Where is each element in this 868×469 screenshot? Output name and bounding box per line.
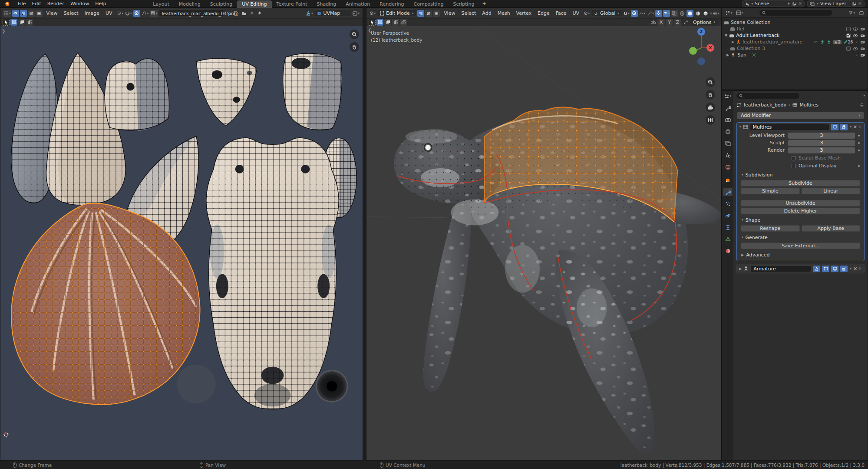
hide-eye-icon[interactable] [853, 34, 858, 37]
show-overlays-toggle[interactable]: ▾ [663, 10, 670, 17]
mirror-x-toggle[interactable]: X [657, 19, 665, 26]
gizmo-axis-y[interactable] [689, 47, 697, 55]
shape-section-header[interactable]: ▾Shape [737, 216, 864, 224]
show-in-viewport-toggle[interactable] [831, 124, 838, 130]
close-icon[interactable]: ✕ [798, 1, 802, 7]
number-field[interactable]: 3 [788, 133, 855, 139]
number-field[interactable]: 3 [788, 140, 855, 146]
scene-selector[interactable]: ▾ Scene ✕ [742, 0, 805, 7]
select-box-extend-icon[interactable] [384, 19, 391, 26]
mirror-z-toggle[interactable]: Z [674, 19, 681, 26]
collapse-chevron-icon[interactable]: ▾ [739, 125, 741, 129]
tweak-tool-icon[interactable] [369, 19, 376, 26]
subdivide-button[interactable]: Subdivide [741, 180, 860, 186]
select-box-subtract-icon[interactable] [26, 19, 33, 26]
viewport-menu-item[interactable]: View [441, 10, 458, 17]
shading-material-icon[interactable] [694, 10, 701, 17]
workspace-tab[interactable]: Compositing [409, 0, 449, 8]
gizmo-axis-z[interactable]: Z [697, 28, 705, 36]
close-icon[interactable]: ✕ [858, 1, 862, 7]
outliner-row-ref[interactable]: Ref [724, 26, 867, 32]
apply-base-button[interactable]: Apply Base [802, 225, 861, 232]
new-collection-icon[interactable] [858, 10, 865, 17]
pin-icon[interactable] [256, 10, 263, 17]
properties-options-chevron[interactable]: ▾ [864, 94, 865, 97]
navigation-gizmo[interactable]: Z X [687, 29, 715, 70]
editor-type-properties-icon[interactable]: ▾ [724, 93, 732, 100]
subdivide-linear-button[interactable]: Linear [802, 188, 861, 194]
viewport-menu-item[interactable]: Edge [535, 10, 553, 17]
editor-type-outliner-icon[interactable]: ▾ [725, 10, 733, 17]
uv-select-mode-face[interactable] [36, 10, 43, 17]
uvmap-display-icon[interactable]: ▾ [305, 10, 314, 17]
viewport-toolbar-expand-arrow[interactable]: ❮ [368, 28, 371, 33]
select-box-intersect-icon[interactable] [400, 19, 407, 26]
image-open-folder-icon[interactable] [241, 10, 248, 17]
outliner-row-sun[interactable]: ▶ Sun ⌄ [724, 52, 867, 58]
save-external-button[interactable]: Save External... [741, 243, 860, 249]
disable-render-camera-icon[interactable] [860, 47, 865, 50]
hide-eye-icon[interactable] [853, 47, 858, 50]
modifier-name-field[interactable]: Multires [750, 124, 830, 130]
edit-mode-display-toggle[interactable] [813, 266, 820, 272]
tab-object-constraints[interactable] [723, 223, 733, 231]
tab-output[interactable] [723, 128, 733, 136]
subdivision-section-header[interactable]: ▾Subdivision [737, 171, 864, 179]
delete-higher-button[interactable]: Delete Higher [741, 208, 860, 214]
disable-render-camera-icon[interactable] [860, 53, 865, 57]
tab-scene[interactable] [723, 151, 733, 159]
image-fake-user-icon[interactable] [225, 10, 232, 17]
tab-tool[interactable] [723, 104, 733, 112]
viewport-menu-item[interactable]: Mesh [495, 10, 513, 17]
tab-object-data[interactable] [723, 235, 733, 243]
viewport-options-menu[interactable]: Options ▾ [690, 19, 718, 26]
on-cage-toggle[interactable] [822, 266, 829, 272]
snap-magnet-icon[interactable]: ▾ [623, 10, 630, 17]
drag-handle-icon[interactable]: ⠿ [859, 125, 862, 129]
chevron-down-icon[interactable]: ⌄ [855, 40, 858, 44]
mode-selector[interactable]: Edit Mode ▾ [377, 10, 416, 17]
blender-logo-icon[interactable] [3, 1, 13, 7]
viewport-menu-item[interactable]: Select [458, 10, 479, 17]
delete-modifier-icon[interactable]: ✕ [853, 124, 857, 130]
properties-search-input[interactable] [736, 93, 800, 99]
workspace-tab[interactable]: Scripting [448, 0, 479, 8]
uv-menu-item[interactable]: UV [102, 10, 116, 17]
uv-sync-selection-toggle[interactable] [12, 10, 19, 17]
viewport-menu-item[interactable]: Add [479, 10, 494, 17]
subdivide-simple-button[interactable]: Simple [741, 188, 800, 194]
exclude-checkbox[interactable] [846, 33, 851, 38]
snap-toggle[interactable] [631, 10, 638, 17]
zoom-icon[interactable] [350, 30, 359, 39]
outliner-search-input[interactable] [759, 10, 833, 16]
snap-options-icon[interactable] [682, 19, 689, 26]
proportional-edit-icon[interactable]: ▾ [583, 10, 590, 17]
uv-2d-cursor[interactable] [3, 432, 9, 438]
uv-menu-item[interactable]: View [43, 10, 61, 17]
uv-pivot-icon[interactable]: ▾ [116, 10, 124, 17]
uv-falloff-icon[interactable]: ▾ [141, 10, 149, 17]
outliner-row-adult-leatherback[interactable]: ▼ Adult Leatherback [724, 32, 867, 39]
show-in-viewport-toggle[interactable] [831, 266, 838, 272]
animate-dot[interactable] [858, 150, 860, 151]
outliner-row-collection3[interactable]: Collection 3 [724, 45, 867, 52]
copies-icon[interactable] [852, 2, 856, 6]
tab-view-layer[interactable] [723, 140, 733, 147]
show-gizmo-toggle[interactable] [655, 10, 662, 17]
reshape-button[interactable]: Reshape [741, 225, 800, 232]
unsubdivide-button[interactable]: Unsubdivide [741, 200, 860, 206]
render-preview-sphere-icon[interactable]: ▾ [713, 10, 719, 17]
mesh-select-mode-face[interactable] [433, 10, 440, 17]
exclude-checkbox[interactable] [846, 27, 851, 31]
delete-modifier-icon[interactable]: ✕ [853, 266, 857, 272]
topbar-menu-item[interactable]: File [15, 0, 29, 7]
tab-render[interactable] [723, 116, 733, 124]
mesh-select-mode-edge[interactable] [425, 10, 432, 17]
uv-menu-item[interactable]: Select [61, 10, 82, 17]
workspace-tab[interactable]: Layout [148, 0, 174, 8]
image-settings-icon[interactable]: ▾ [352, 10, 360, 17]
tab-particles[interactable] [723, 200, 733, 208]
topbar-menu-item[interactable]: Help [92, 0, 109, 7]
mirror-y-toggle[interactable]: Y [666, 19, 673, 26]
collapse-arrow-icon[interactable]: ▶ [732, 40, 734, 44]
